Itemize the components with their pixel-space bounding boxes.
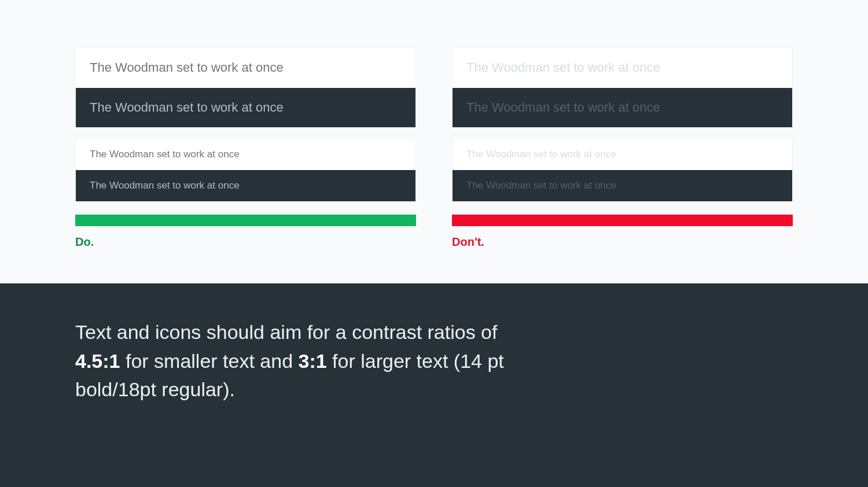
dont-indicator-bar <box>452 215 793 226</box>
sample-large-light: The Woodman set to work at once <box>76 48 415 88</box>
guideline-text-bold1: 4.5:1 <box>75 350 120 372</box>
sample-small-dark-low-contrast: The Woodman set to work at once <box>453 170 792 201</box>
do-card-large-text: The Woodman set to work at once The Wood… <box>75 47 416 128</box>
guideline-text-part2: for smaller text and <box>120 350 299 372</box>
do-column: The Woodman set to work at once The Wood… <box>75 47 416 249</box>
do-label: Do. <box>75 235 416 249</box>
examples-section: The Woodman set to work at once The Wood… <box>0 0 868 283</box>
guideline-footer: Text and icons should aim for a contrast… <box>0 283 868 487</box>
dont-card-small-text: The Woodman set to work at once The Wood… <box>452 138 793 202</box>
guideline-text: Text and icons should aim for a contrast… <box>75 318 527 404</box>
guideline-text-bold2: 3:1 <box>299 350 327 372</box>
sample-large-dark-low-contrast: The Woodman set to work at once <box>453 88 792 128</box>
sample-small-light: The Woodman set to work at once <box>76 139 415 170</box>
sample-small-light-low-contrast: The Woodman set to work at once <box>453 139 792 170</box>
dont-column: The Woodman set to work at once The Wood… <box>452 47 793 249</box>
do-card-small-text: The Woodman set to work at once The Wood… <box>75 138 416 202</box>
sample-large-light-low-contrast: The Woodman set to work at once <box>453 48 792 88</box>
sample-large-dark: The Woodman set to work at once <box>76 88 415 128</box>
guideline-text-part1: Text and icons should aim for a contrast… <box>75 321 497 343</box>
dont-card-large-text: The Woodman set to work at once The Wood… <box>452 47 793 128</box>
dont-label: Don't. <box>452 235 793 249</box>
do-indicator-bar <box>75 215 416 226</box>
slide: The Woodman set to work at once The Wood… <box>0 0 868 487</box>
sample-small-dark: The Woodman set to work at once <box>76 170 415 201</box>
